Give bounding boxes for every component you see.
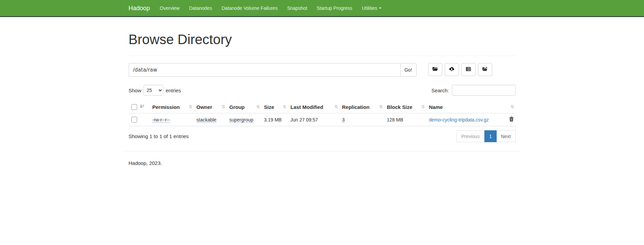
table-footer: Showing 1 to 1 of 1 entries Previous 1 N…: [129, 130, 516, 142]
sort-header-block-size[interactable]: Block Size⇅: [384, 101, 426, 113]
nav-item-utilities-label: Utilities: [362, 5, 377, 11]
nav-item-datanodes[interactable]: Datanodes: [184, 0, 217, 16]
chevron-down-icon: [379, 7, 382, 9]
path-toolbar: Go!: [129, 63, 516, 77]
delete-file-button[interactable]: [509, 116, 514, 123]
cut-paste-button[interactable]: [461, 63, 476, 76]
row-checkbox[interactable]: [131, 117, 137, 122]
group-cell[interactable]: supergroup: [229, 117, 254, 123]
cloud-upload-icon: [449, 66, 455, 73]
navbar-links: Overview Datanodes Datanode Volume Failu…: [155, 0, 386, 16]
page-title: Browse Directory: [129, 32, 516, 56]
sort-header-name[interactable]: Name: [426, 101, 506, 113]
entries-label: entries: [166, 88, 181, 93]
sort-both-icon: ⇅: [256, 104, 260, 109]
page-length-control: Show 25 entries: [129, 85, 181, 96]
file-name-link[interactable]: demo-cycling-tripdata.csv.gz: [429, 117, 489, 122]
sort-both-icon: ⇅: [334, 104, 338, 109]
file-action-buttons: [428, 63, 492, 76]
permission-cell[interactable]: -rw-r--r--: [152, 117, 170, 123]
sort-header-group[interactable]: Group⇅: [227, 101, 261, 113]
sort-header-actions[interactable]: ⇅: [506, 101, 516, 113]
sort-header-last-modified[interactable]: Last Modified⇅: [288, 101, 339, 113]
show-label: Show: [129, 88, 142, 93]
sort-header-permission[interactable]: Permission⇅: [150, 101, 194, 113]
create-directory-button[interactable]: [428, 63, 442, 76]
size-cell: 3.19 MB: [261, 113, 288, 126]
top-navbar: Hadoop Overview Datanodes Datanode Volum…: [0, 0, 644, 17]
nav-item-startup-progress[interactable]: Startup Progress: [312, 0, 357, 16]
list-alt-icon: [465, 66, 471, 73]
previous-page-button[interactable]: Previous: [456, 130, 484, 142]
table-row: -rw-r--r-- stackable supergroup 3.19 MB …: [129, 113, 516, 126]
sort-header-replication[interactable]: Replication⇅: [339, 101, 384, 113]
sort-amount-icon: [140, 104, 145, 110]
page-size-select[interactable]: 25: [144, 85, 163, 96]
nav-item-utilities-dropdown[interactable]: Utilities: [357, 0, 386, 16]
sort-header-size[interactable]: Size⇅: [261, 101, 288, 113]
last-modified-cell: Jun 27 09:57: [288, 113, 339, 126]
site-footer-text: Hadoop, 2023.: [129, 160, 516, 166]
navbar-brand-hadoop[interactable]: Hadoop: [129, 0, 155, 16]
owner-cell[interactable]: stackable: [197, 117, 217, 123]
sort-both-icon: ⇅: [222, 104, 225, 109]
nav-item-snapshot[interactable]: Snapshot: [282, 0, 312, 16]
trash-icon: [509, 118, 514, 123]
search-control: Search:: [431, 85, 516, 96]
folder-move-icon: [482, 66, 488, 73]
move-to-trash-settings-button[interactable]: [478, 63, 492, 76]
pagination: Previous 1 Next: [456, 130, 515, 142]
upload-files-button[interactable]: [445, 63, 459, 76]
sort-both-icon: ⇅: [283, 104, 287, 109]
directory-path-input[interactable]: [129, 63, 400, 77]
sort-both-icon: ⇅: [421, 104, 425, 109]
search-label: Search:: [431, 88, 449, 93]
page-1-button[interactable]: 1: [484, 130, 497, 142]
next-page-button[interactable]: Next: [497, 130, 516, 142]
search-input[interactable]: [452, 85, 516, 96]
sort-header-owner[interactable]: Owner⇅: [194, 101, 227, 113]
showing-entries-info: Showing 1 to 1 of 1 entries: [129, 133, 189, 139]
sort-both-icon: ⇅: [379, 104, 383, 109]
nav-item-overview[interactable]: Overview: [155, 0, 184, 16]
select-all-checkbox[interactable]: [131, 104, 137, 110]
path-input-group: Go!: [129, 63, 417, 77]
table-controls: Show 25 entries Search:: [129, 85, 516, 96]
replication-cell[interactable]: 3: [342, 117, 345, 123]
table-header-row: Permission⇅ Owner⇅ Group⇅ Size⇅ Last Mod…: [129, 101, 516, 113]
folder-open-icon: [432, 66, 438, 73]
footer-divider: [124, 151, 521, 151]
block-size-cell: 128 MB: [384, 113, 426, 126]
directory-table: Permission⇅ Owner⇅ Group⇅ Size⇅ Last Mod…: [129, 101, 516, 126]
select-all-header[interactable]: [129, 101, 150, 113]
sort-both-icon: ⇅: [511, 104, 514, 109]
sort-both-icon: ⇅: [189, 104, 192, 109]
go-button[interactable]: Go!: [400, 63, 417, 77]
nav-item-datanode-volume-failures[interactable]: Datanode Volume Failures: [217, 0, 282, 16]
